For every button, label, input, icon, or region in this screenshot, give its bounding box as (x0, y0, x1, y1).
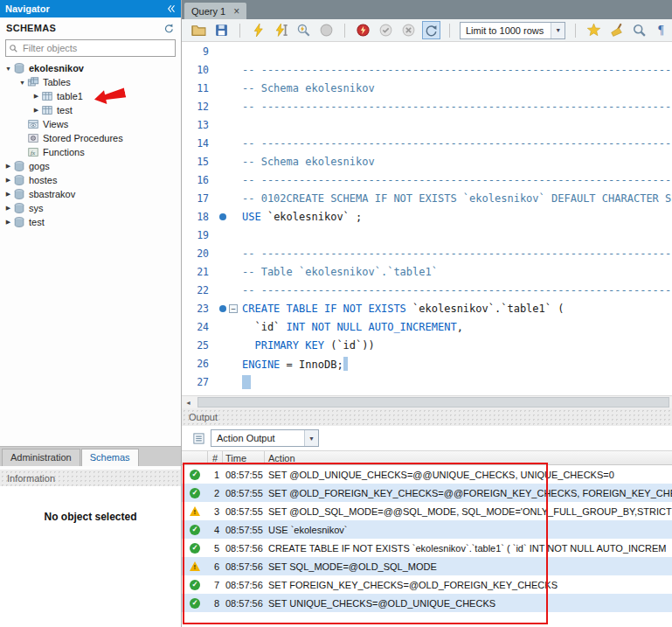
rollback-button[interactable] (400, 22, 417, 38)
editor-line[interactable]: 9 (182, 42, 672, 60)
tree-item-functions[interactable]: fxFunctions (0, 145, 181, 159)
find-button[interactable] (631, 22, 648, 38)
output-view-dropdown[interactable]: Action Output ▼ (211, 429, 319, 447)
scrollbar-thumb[interactable] (197, 397, 669, 408)
tree-item-sys[interactable]: ▶sys (0, 201, 181, 215)
row-action: CREATE TABLE IF NOT EXISTS `ekolesnikov`… (265, 543, 672, 554)
tree-item-stored-procedures[interactable]: Stored Procedures (0, 131, 181, 145)
row-number: 8 (208, 598, 223, 609)
tree-item-label: Views (43, 119, 68, 129)
tree-expanded-arrow-icon[interactable]: ▼ (17, 80, 27, 86)
action-output-list-icon (192, 432, 205, 445)
tree-item-views[interactable]: Views (0, 117, 181, 131)
editor-line[interactable]: 20-- -----------------------------------… (182, 244, 672, 262)
refresh-schemas-icon[interactable] (163, 23, 175, 34)
no-object-selected-text: No object selected (44, 511, 136, 523)
line-number: 11 (182, 82, 213, 94)
line-number: 18 (182, 211, 213, 223)
horizontal-scrollbar[interactable]: ◄ (182, 395, 672, 408)
filter-objects-input[interactable] (21, 42, 172, 54)
code-text: -- Table `ekolesnikov`.`table1` (242, 266, 672, 278)
line-number: 16 (182, 174, 213, 186)
output-row[interactable]: 108:57:55SET @OLD_UNIQUE_CHECKS=@@UNIQUE… (182, 465, 672, 484)
output-row[interactable]: 208:57:55SET @OLD_FOREIGN_KEY_CHECKS=@@F… (182, 484, 672, 502)
tree-item-label: gogs (29, 161, 50, 171)
scroll-left-arrow-icon[interactable]: ◄ (182, 396, 195, 408)
sql-editor[interactable]: 910-- ----------------------------------… (182, 42, 672, 395)
tree-item-sbastrakov[interactable]: ▶sbastrakov (0, 187, 181, 201)
editor-line[interactable]: 12-- -----------------------------------… (182, 97, 672, 115)
explain-button[interactable] (295, 22, 312, 38)
tree-item-gogs[interactable]: ▶gogs (0, 159, 181, 173)
tree-item-table1[interactable]: ▶table1 (0, 89, 181, 103)
open-script-button[interactable] (191, 22, 207, 38)
execute-button[interactable] (250, 22, 267, 38)
tree-expanded-arrow-icon[interactable]: ▼ (3, 66, 13, 72)
chevron-down-icon[interactable]: ▼ (551, 23, 565, 38)
editor-line[interactable]: 25 PRIMARY KEY (`id`)) (182, 336, 672, 354)
save-snippet-button[interactable] (585, 22, 602, 38)
stop-button[interactable] (318, 22, 335, 38)
row-action: USE `ekolesnikov` (265, 525, 672, 535)
tree-item-test[interactable]: ▶test (0, 103, 181, 117)
execute-current-icon (274, 23, 288, 38)
line-number: 10 (182, 64, 213, 76)
output-row[interactable]: 408:57:55USE `ekolesnikov` (182, 520, 672, 539)
filter-box (5, 39, 176, 57)
editor-line[interactable]: 21-- Table `ekolesnikov`.`table1` (182, 262, 672, 281)
line-number: 12 (182, 101, 213, 113)
editor-line[interactable]: 19 (182, 226, 672, 244)
editor-line[interactable]: 26ENGINE = InnoDB; (182, 354, 672, 373)
tree-collapsed-arrow-icon[interactable]: ▶ (3, 205, 13, 212)
editor-line[interactable]: 10-- -----------------------------------… (182, 60, 672, 79)
panel-collapse-icon[interactable] (165, 3, 176, 14)
editor-line[interactable]: 18USE `ekolesnikov` ; (182, 207, 672, 226)
save-script-button[interactable] (213, 22, 230, 38)
editor-line[interactable]: 22-- -----------------------------------… (182, 281, 672, 299)
code-text: -- 0102CREATE SCHEMA IF NOT EXISTS `ekol… (242, 192, 672, 205)
output-row[interactable]: 808:57:56SET UNIQUE_CHECKS=@OLD_UNIQUE_C… (182, 594, 672, 612)
output-row[interactable]: 708:57:56SET FOREIGN_KEY_CHECKS=@OLD_FOR… (182, 575, 672, 594)
editor-line[interactable]: 17-- 0102CREATE SCHEMA IF NOT EXISTS `ek… (182, 189, 672, 207)
output-row[interactable]: 508:57:56CREATE TABLE IF NOT EXISTS `eko… (182, 539, 672, 557)
invisibles-button[interactable]: ¶ (654, 22, 670, 38)
line-number: 15 (182, 156, 213, 168)
beautify-button[interactable] (608, 22, 625, 38)
fold-collapse-icon[interactable]: − (229, 304, 238, 313)
tree-collapsed-arrow-icon[interactable]: ▶ (31, 93, 41, 100)
tab-administration[interactable]: Administration (2, 449, 80, 466)
tree-item-hostes[interactable]: ▶hostes (0, 173, 181, 187)
editor-line[interactable]: 23−CREATE TABLE IF NOT EXISTS `ekolesnik… (182, 299, 672, 317)
editor-line[interactable]: 24 `id` INT NOT NULL AUTO_INCREMENT, (182, 317, 672, 336)
output-row[interactable]: 608:57:56SET SQL_MODE=@OLD_SQL_MODE (182, 557, 672, 575)
tree-item-tables[interactable]: ▼Tables (0, 75, 181, 89)
stop-on-error-button[interactable] (355, 22, 371, 38)
tree-collapsed-arrow-icon[interactable]: ▶ (3, 177, 13, 184)
editor-line[interactable]: 15-- Schema ekolesnikov (182, 152, 672, 171)
commit-button[interactable] (378, 22, 394, 38)
output-row[interactable]: 308:57:55SET @OLD_SQL_MODE=@@SQL_MODE, S… (182, 502, 672, 520)
editor-line[interactable]: 13 (182, 115, 672, 134)
execute-current-button[interactable] (273, 22, 289, 38)
line-number: 13 (182, 119, 213, 131)
editor-line[interactable]: 14-- -----------------------------------… (182, 134, 672, 152)
editor-line[interactable]: 11-- Schema ekolesnikov (182, 79, 672, 97)
tree-collapsed-arrow-icon[interactable]: ▶ (3, 191, 13, 198)
success-icon (190, 525, 200, 535)
autocommit-button[interactable] (423, 22, 440, 38)
tab-query-1[interactable]: Query 1 × (184, 3, 246, 19)
tree-collapsed-arrow-icon[interactable]: ▶ (3, 219, 13, 226)
editor-line[interactable]: 27 (182, 373, 672, 391)
tree-collapsed-arrow-icon[interactable]: ▶ (31, 107, 41, 114)
tree-item-ekolesnikov[interactable]: ▼ekolesnikov (0, 61, 181, 75)
status-cell (182, 470, 208, 480)
close-tab-icon[interactable]: × (233, 6, 239, 17)
tree-item-test[interactable]: ▶test (0, 215, 181, 229)
tree-collapsed-arrow-icon[interactable]: ▶ (3, 163, 13, 170)
tab-schemas[interactable]: Schemas (81, 449, 139, 466)
chevron-down-icon[interactable]: ▼ (304, 430, 318, 446)
editor-line[interactable]: 16-- -----------------------------------… (182, 171, 672, 189)
limit-rows-dropdown[interactable]: Limit to 1000 rows▼ (460, 22, 565, 39)
action-column-header: Action (265, 451, 672, 464)
information-header: Information (0, 470, 181, 486)
